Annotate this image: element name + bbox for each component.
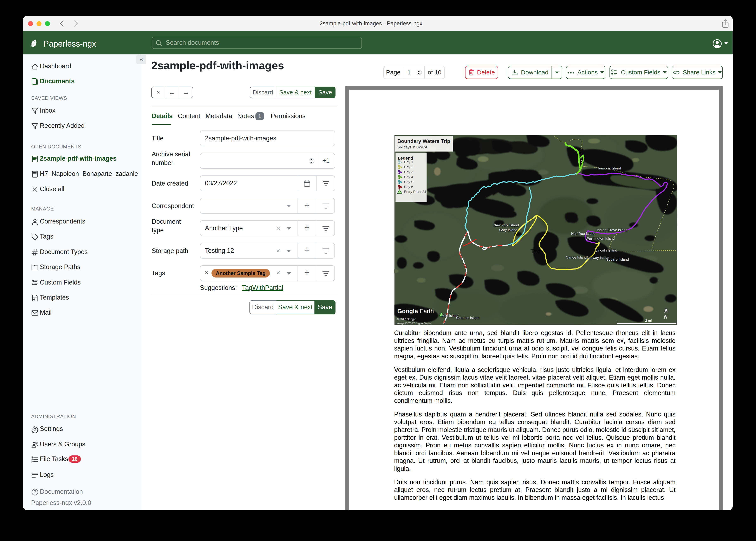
svg-text:Half Dog Island: Half Dog Island — [571, 232, 595, 236]
svg-text:GoogleEarth: GoogleEarth — [397, 308, 434, 314]
svg-text:Entry Point 24: Entry Point 24 — [404, 190, 426, 194]
svg-text:3 mi: 3 mi — [645, 319, 652, 323]
svg-text:Image © 2017 DigitalGlobe: Image © 2017 DigitalGlobe — [397, 321, 431, 325]
svg-text:Day 2: Day 2 — [404, 165, 413, 169]
svg-text:Day 6: Day 6 — [404, 185, 413, 189]
svg-text:New York Island: New York Island — [494, 223, 519, 227]
svg-text:N: N — [663, 313, 668, 320]
svg-text:Indian Grave Island: Indian Grave Island — [597, 228, 627, 232]
svg-text:Charlies Island: Charlies Island — [456, 316, 480, 320]
svg-text:Six days in BWCA: Six days in BWCA — [397, 145, 428, 149]
svg-text:Gary Island: Gary Island — [499, 228, 517, 232]
svg-text:Day 4: Day 4 — [404, 175, 413, 179]
svg-text:Day 1: Day 1 — [404, 160, 413, 164]
svg-text:Legend: Legend — [398, 156, 413, 161]
svg-text:Text: Text — [530, 249, 541, 255]
svg-text:Day 3: Day 3 — [404, 170, 413, 174]
svg-text:Lincoln Island: Lincoln Island — [595, 248, 617, 253]
svg-text:© 2017 Google: © 2017 Google — [397, 317, 416, 321]
svg-text:Hausons Island: Hausons Island — [597, 166, 621, 170]
svg-text:Canoe Island: Canoe Island — [566, 255, 587, 260]
svg-text:Squirrel Island: Squirrel Island — [606, 257, 629, 262]
svg-text:Boundary Waters Trip: Boundary Waters Trip — [397, 138, 450, 144]
svg-text:Washington Island: Washington Island — [586, 236, 615, 241]
svg-text:Day 5: Day 5 — [404, 180, 413, 184]
